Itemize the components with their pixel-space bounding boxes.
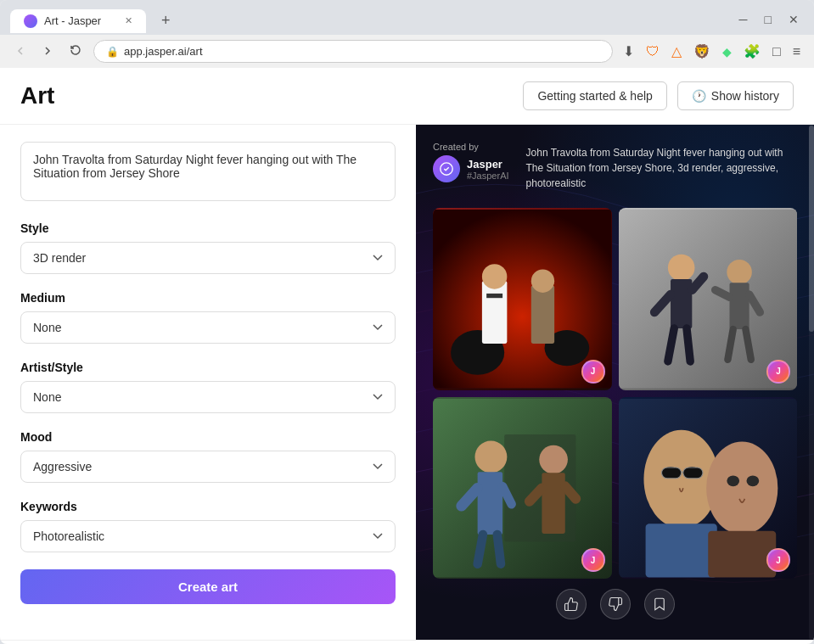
right-panel: Created by Jasper #JasperAI [416, 125, 814, 640]
svg-line-29 [497, 534, 501, 563]
page-title: Art [20, 82, 54, 109]
generated-prompt-text: John Travolta from Saturday Night fever … [526, 145, 797, 191]
mood-section: Mood Aggressive Happy [20, 430, 396, 483]
history-label: Show history [711, 89, 779, 103]
extensions-icon[interactable]: 🧩 [740, 40, 764, 63]
svg-rect-4 [482, 281, 507, 344]
prompt-input[interactable] [20, 142, 396, 201]
medium-label: Medium [20, 291, 396, 305]
mood-select[interactable]: Aggressive Happy [20, 451, 396, 483]
svg-point-10 [667, 255, 694, 282]
style-label: Style [20, 221, 396, 235]
artist-label: Artist/Style [20, 361, 396, 374]
svg-line-28 [478, 534, 483, 563]
artist-section: Artist/Style None Picasso [20, 361, 396, 413]
svg-point-42 [706, 441, 778, 534]
toolbar-actions: ⬇ 🛡 △ 🦁 ◆ 🧩 □ ≡ [620, 40, 804, 63]
generated-image-2[interactable]: J [619, 208, 798, 390]
header-actions: Getting started & help 🕐 Show history [523, 81, 794, 110]
dislike-button[interactable] [600, 589, 631, 619]
generated-image-1[interactable]: J [433, 208, 612, 390]
action-buttons [433, 579, 797, 623]
brave-rewards-icon[interactable]: △ [668, 40, 685, 63]
svg-rect-7 [531, 285, 554, 343]
svg-rect-45 [708, 530, 776, 577]
browser-toolbar: 🔒 app.jasper.ai/art ⬇ 🛡 △ 🦁 ◆ 🧩 □ ≡ [0, 35, 814, 68]
left-panel: Style 3D render None Photorealistic Medi… [0, 125, 416, 640]
tab-close-button[interactable]: ✕ [125, 15, 132, 26]
svg-rect-39 [682, 468, 702, 479]
profile-icon[interactable]: □ [769, 41, 784, 63]
svg-rect-25 [478, 472, 502, 535]
menu-icon[interactable]: ≡ [789, 41, 804, 63]
mood-label: Mood [20, 430, 396, 444]
jasper-badge-2: J [766, 360, 790, 384]
back-button[interactable] [10, 41, 31, 63]
generated-image-4[interactable]: J [619, 397, 798, 580]
main-layout: Style 3D render None Photorealistic Medi… [0, 125, 814, 640]
url-text: app.jasper.ai/art [124, 45, 203, 58]
jasper-logo [433, 155, 460, 182]
download-icon[interactable]: ⬇ [620, 40, 637, 63]
tab-title: Art - Jasper [44, 14, 101, 27]
close-button[interactable]: ✕ [783, 9, 804, 30]
svg-point-24 [474, 440, 507, 473]
svg-rect-11 [671, 279, 692, 328]
extension-icon-1[interactable]: 🦁 [690, 40, 714, 63]
minimize-button[interactable]: ─ [734, 9, 753, 30]
browser-tab[interactable]: Art - Jasper ✕ [10, 9, 146, 33]
keywords-section: Keywords Photorealistic None [20, 500, 396, 552]
thumbs-down-icon [608, 596, 623, 612]
app-header: Art Getting started & help 🕐 Show histor… [0, 68, 814, 125]
history-button[interactable]: 🕐 Show history [677, 81, 794, 110]
tab-favicon [24, 14, 37, 28]
jasper-badge-3: J [581, 548, 605, 572]
svg-rect-6 [486, 294, 502, 298]
browser-content: Art Getting started & help 🕐 Show histor… [0, 68, 814, 644]
svg-point-43 [727, 475, 739, 486]
created-by-label: Created by [433, 142, 509, 152]
new-tab-button[interactable]: + [153, 7, 179, 35]
right-panel-inner: Created by Jasper #JasperAI [416, 125, 814, 640]
jasper-badge-1: J [581, 360, 605, 384]
jasper-brand: Jasper #JasperAI [467, 158, 509, 181]
jasper-tag: #JasperAI [467, 171, 509, 181]
svg-point-30 [539, 445, 568, 473]
svg-rect-9 [619, 210, 798, 389]
svg-point-8 [531, 270, 554, 293]
svg-point-44 [746, 475, 759, 486]
save-button[interactable] [644, 589, 675, 619]
lock-icon: 🔒 [106, 46, 119, 58]
brave-shield-icon[interactable]: 🛡 [643, 41, 663, 63]
bottom-nav [0, 640, 814, 644]
forward-button[interactable] [37, 41, 58, 63]
maximize-button[interactable]: □ [760, 9, 777, 30]
like-button[interactable] [556, 589, 587, 619]
style-section: Style 3D render None Photorealistic [20, 221, 396, 274]
generate-button[interactable]: Create art [20, 569, 396, 604]
style-select[interactable]: 3D render None Photorealistic [20, 242, 396, 274]
svg-point-5 [482, 264, 507, 288]
keywords-select[interactable]: Photorealistic None [20, 520, 396, 552]
svg-rect-31 [542, 473, 564, 534]
help-button[interactable]: Getting started & help [523, 81, 666, 110]
medium-select[interactable]: None Oil [20, 311, 396, 344]
thumbs-up-icon [564, 596, 579, 612]
images-grid: J [433, 208, 797, 579]
jasper-name: Jasper [467, 158, 509, 171]
reload-button[interactable] [65, 41, 87, 63]
keywords-label: Keywords [20, 500, 396, 513]
svg-point-16 [727, 260, 751, 284]
bookmark-icon [652, 596, 667, 612]
medium-section: Medium None Oil [20, 291, 396, 344]
browser-frame: Art - Jasper ✕ + ─ □ ✕ 🔒 app.jasper.ai/a… [0, 0, 814, 644]
url-bar[interactable]: 🔒 app.jasper.ai/art [93, 40, 613, 63]
browser-titlebar: Art - Jasper ✕ + ─ □ ✕ [0, 0, 814, 35]
svg-rect-17 [729, 283, 749, 329]
extension-icon-2[interactable]: ◆ [719, 42, 735, 62]
svg-rect-38 [661, 468, 681, 479]
generated-image-3[interactable]: J [433, 397, 612, 580]
jasper-badge-4: J [766, 548, 790, 572]
svg-rect-41 [645, 524, 716, 577]
artist-select[interactable]: None Picasso [20, 381, 396, 413]
